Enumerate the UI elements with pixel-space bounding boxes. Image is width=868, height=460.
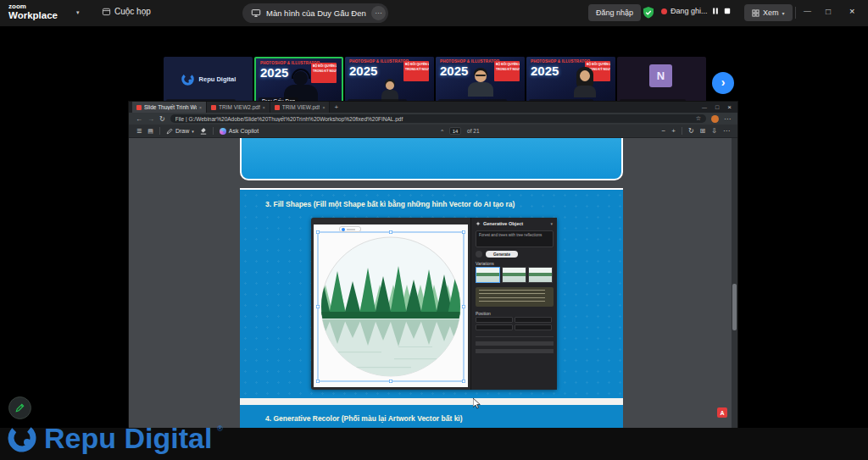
highlighter-icon: [200, 128, 207, 135]
pdf-slide: 3. Fill Shapes (Fill một Shape bất kì bằ…: [240, 138, 623, 428]
top-bar: zoom Workplace ▾ Cuộc họp Màn hình của D…: [0, 0, 868, 26]
banner-year: 2025: [349, 64, 377, 78]
recording-dot-icon: [661, 8, 667, 14]
contextual-task-bar: [339, 226, 361, 232]
page-total-label: of 21: [467, 128, 479, 134]
panel-button-row: Generate: [476, 251, 518, 258]
view-button[interactable]: Xem ▾: [744, 4, 793, 21]
recording-indicator: Đang ghi...: [661, 7, 732, 15]
save-icon: ⇩: [711, 127, 717, 135]
repu-watermark-logo-icon: [5, 421, 39, 455]
fit-page-icon: ⊞: [700, 127, 706, 135]
tab-meetings-label: Cuộc họp: [114, 7, 151, 16]
stop-recording-icon[interactable]: [723, 7, 732, 15]
zoom-in-icon: +: [671, 127, 676, 135]
shared-screen-window[interactable]: Slide Thuyết Trình Workshop fix... × TRI…: [129, 102, 737, 428]
tab-title: TRIM VIEW2.pdf: [219, 104, 260, 110]
divider: [213, 127, 214, 135]
brand-chevron-icon[interactable]: ▾: [76, 9, 80, 16]
close-window-icon[interactable]: ×: [849, 6, 854, 16]
panel-chevron-icon: ▾: [550, 221, 553, 226]
share-options-button[interactable]: ⋯: [371, 6, 386, 20]
security-shield-icon[interactable]: [642, 6, 655, 19]
regenerate-button: [476, 251, 482, 258]
generate-button: Generate: [486, 251, 518, 258]
divider: [795, 7, 796, 19]
maximize-window-icon[interactable]: □: [826, 7, 831, 16]
tab-meetings[interactable]: Cuộc họp: [102, 7, 151, 16]
minimize-window-icon[interactable]: —: [804, 7, 811, 15]
banner-ribbon-line2: TRONG KỶ NGUYÊN AI: [496, 68, 518, 72]
next-icon: ›: [721, 76, 726, 88]
tab-close-icon: ×: [322, 105, 325, 110]
pdf-toolbar: ☰ ▤ Draw ▾ Ask Copilot ^ 14 of 21 − + ↻: [129, 125, 737, 138]
url-field: File | G:/Webinar%20Adobe/Slide%20Thuyết…: [170, 114, 706, 123]
acrobat-badge-glyph: A: [720, 410, 724, 416]
illustrator-canvas: [314, 224, 468, 387]
shared-screen-pill[interactable]: Màn hình của Duy Gấu Đen ⋯: [242, 3, 388, 23]
view-button-label: Xem: [763, 8, 779, 17]
favorite-star-icon: ☆: [696, 115, 701, 122]
monitor-icon: [251, 8, 261, 18]
page-thumbnails-icon: ▤: [147, 128, 153, 135]
toc-menu-icon: ☰: [136, 128, 142, 135]
browser-address-bar: ← → ↻ File | G:/Webinar%20Adobe/Slide%20…: [129, 113, 737, 125]
browser-close-icon: ×: [727, 103, 732, 111]
panel-extra-rows: [476, 341, 554, 353]
annotate-button[interactable]: [8, 396, 31, 419]
rotate-icon: ↻: [688, 127, 694, 135]
browser-minimize-icon: —: [702, 105, 707, 110]
sparkle-icon: [476, 221, 481, 226]
refresh-icon: ↻: [159, 115, 165, 123]
panel-header: Generative Object: [476, 221, 523, 226]
brand-zoom: zoom: [8, 3, 58, 10]
sign-in-button[interactable]: Đăng nhập: [588, 4, 641, 21]
draw-chevron-icon: ▾: [192, 129, 194, 134]
pdf-file-icon: [275, 105, 280, 110]
ai-notice-box: [476, 287, 554, 307]
draw-tool: Draw ▾: [166, 128, 194, 135]
variations-thumbs: [476, 267, 553, 283]
acrobat-badge: A: [717, 407, 727, 418]
next-participants-button[interactable]: ›: [712, 72, 734, 94]
pen-icon: [166, 128, 173, 135]
divider: [159, 127, 160, 135]
meeting-icon: [102, 7, 111, 16]
browser-tab-3: TRIM VIEW.pdf ×: [270, 102, 331, 113]
mouse-cursor: [473, 398, 482, 409]
pdf-file-icon: [136, 105, 142, 110]
slide-item-4: 4. Generative Recolor (Phối màu lại Artw…: [265, 414, 463, 423]
repu-logo-badge: Repu Digital: [164, 65, 253, 92]
position-field: [476, 324, 513, 330]
copilot-icon: [220, 128, 226, 135]
view-grid-icon: [752, 9, 760, 17]
slide-bottom-section: 4. Generative Recolor (Phối màu lại Artw…: [240, 405, 623, 428]
illustrator-screenshot: Generative Object ▾ Forest and trees wit…: [311, 218, 557, 390]
page-up-icon: ^: [441, 129, 443, 134]
variation-thumb-1: [476, 267, 500, 283]
brand-workplace: Workplace: [8, 10, 58, 21]
participant-initial-badge: N: [649, 64, 672, 87]
banner-year: 2025: [531, 64, 559, 78]
tab-close-icon: ×: [199, 105, 202, 110]
ellipsis-icon: ⋯: [375, 9, 381, 17]
slide-item-3: 3. Fill Shapes (Fill một Shape bất kì bằ…: [265, 200, 515, 208]
pause-recording-icon[interactable]: [711, 7, 720, 15]
banner-ribbon: BỘ ĐÔI QUYỀN LỰC TRONG KỶ NGUYÊN AI: [403, 61, 429, 81]
forward-icon: →: [147, 115, 154, 123]
position-field: [476, 317, 513, 323]
annotate-pencil-icon: [14, 402, 25, 413]
position-fields: [476, 317, 552, 330]
copilot-label: Ask Copilot: [229, 128, 259, 134]
banner-ribbon-line1: BỘ ĐÔI QUYỀN LỰC: [587, 63, 609, 67]
position-label: Position: [476, 311, 491, 316]
back-icon: ←: [136, 115, 142, 123]
shared-screen-label: Màn hình của Duy Gấu Đen: [266, 8, 366, 18]
zoom-meeting-window: zoom Workplace ▾ Cuộc họp Màn hình của D…: [0, 0, 868, 460]
avatar-body: [468, 82, 493, 97]
repu-watermark-text: Repu Digital: [44, 422, 212, 455]
variation-thumb-3: [528, 267, 553, 283]
pdf-scrollbar: [732, 138, 737, 428]
zoom-workplace-logo[interactable]: zoom Workplace: [8, 3, 58, 21]
banner-year: 2025: [440, 64, 468, 78]
